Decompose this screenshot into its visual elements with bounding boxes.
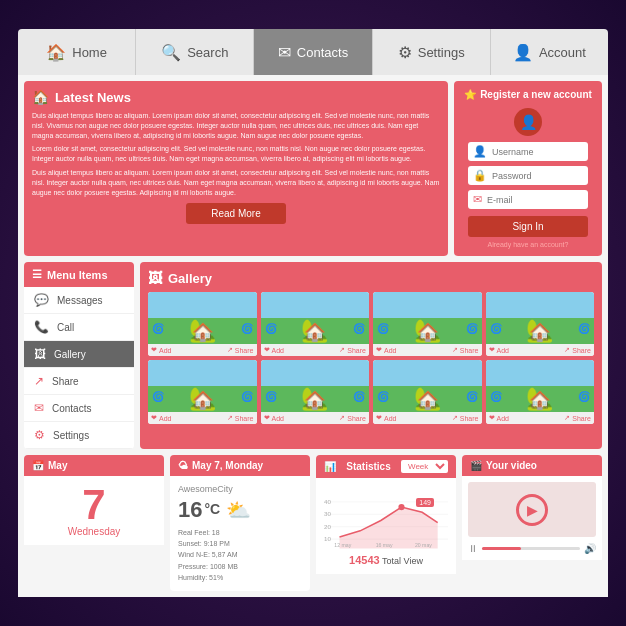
share-button[interactable]: ↗ Share xyxy=(564,346,591,354)
calendar-widget-header: 📅 May xyxy=(24,455,164,476)
calendar-widget-body: 7 Wednesday xyxy=(24,476,164,545)
gallery-actions: ❤ Add ↗ Share xyxy=(373,344,482,356)
windmill-left-icon: 🌀 xyxy=(490,323,502,334)
weather-widget: 🌤 May 7, Monday AwesomeCity 16 °C ⛅ Real… xyxy=(170,455,310,591)
pause-button[interactable]: ⏸ xyxy=(468,543,478,554)
menu-item-contacts[interactable]: ✉ Contacts xyxy=(24,395,134,422)
email-input[interactable] xyxy=(487,195,567,205)
house-icon: 🏡 xyxy=(414,386,441,412)
gallery-image: 🌀 🏡 🌀 xyxy=(148,360,257,412)
email-input-row: ✉ xyxy=(468,190,588,209)
nav-search-label: Search xyxy=(187,45,228,60)
nav-settings[interactable]: ⚙ Settings xyxy=(373,29,491,75)
gallery-actions: ❤ Add ↗ Share xyxy=(148,412,257,424)
home-icon: 🏠 xyxy=(46,43,66,62)
nav-contacts[interactable]: ✉ Contacts xyxy=(254,29,372,75)
windmill-right-icon: 🌀 xyxy=(466,391,478,402)
share-button[interactable]: ↗ Share xyxy=(452,346,479,354)
nav-search[interactable]: 🔍 Search xyxy=(136,29,254,75)
windmill-right-icon: 🌀 xyxy=(353,391,365,402)
nav-settings-label: Settings xyxy=(418,45,465,60)
progress-bar[interactable] xyxy=(482,547,580,550)
username-input[interactable] xyxy=(492,147,572,157)
add-button[interactable]: ❤ Add xyxy=(489,346,509,354)
gallery-actions: ❤ Add ↗ Share xyxy=(148,344,257,356)
gallery-header: 🖼 Gallery xyxy=(148,270,594,286)
menu-item-messages[interactable]: 💬 Messages xyxy=(24,287,134,314)
house-icon: 🏡 xyxy=(189,318,216,344)
statistics-widget: 📊 Statistics Week 149 xyxy=(316,455,456,591)
add-button[interactable]: ❤ Add xyxy=(151,414,171,422)
messages-icon: 💬 xyxy=(34,293,49,307)
share-button[interactable]: ↗ Share xyxy=(227,414,254,422)
password-input[interactable] xyxy=(492,171,572,181)
volume-icon[interactable]: 🔊 xyxy=(584,543,596,554)
menu-contacts-label: Contacts xyxy=(52,403,91,414)
share-button[interactable]: ↗ Share xyxy=(564,414,591,422)
menu-share-label: Share xyxy=(52,376,79,387)
add-button[interactable]: ❤ Add xyxy=(376,346,396,354)
menu-item-share[interactable]: ↗ Share xyxy=(24,368,134,395)
news-para-1: Duis aliquet tempus libero ac aliquam. L… xyxy=(32,111,440,140)
password-icon: 🔒 xyxy=(473,169,487,182)
gallery-actions: ❤ Add ↗ Share xyxy=(261,412,370,424)
weather-humidity: Humidity: 51% xyxy=(178,572,302,583)
weather-unit: °C xyxy=(204,501,220,517)
add-button[interactable]: ❤ Add xyxy=(489,414,509,422)
video-widget-body: ▶ ⏸ 🔊 xyxy=(462,476,602,560)
read-more-button[interactable]: Read More xyxy=(186,203,286,224)
video-title: Your video xyxy=(486,460,537,471)
svg-text:10: 10 xyxy=(324,535,331,542)
settings-icon: ⚙ xyxy=(398,43,412,62)
register-header: ⭐ Register a new account xyxy=(464,89,592,100)
video-widget: 🎬 Your video ▶ ⏸ 🔊 xyxy=(462,455,602,591)
gallery-item: 🌀 🏡 🌀 ❤ Add ↗ Share xyxy=(486,360,595,424)
sign-in-button[interactable]: Sign In xyxy=(468,216,588,237)
windmill-left-icon: 🌀 xyxy=(152,391,164,402)
register-section: ⭐ Register a new account 👤 👤 🔒 ✉ Sign In xyxy=(454,81,602,256)
add-button[interactable]: ❤ Add xyxy=(264,414,284,422)
gallery-icon: 🖼 xyxy=(34,347,46,361)
video-controls: ⏸ 🔊 xyxy=(468,543,596,554)
windmill-left-icon: 🌀 xyxy=(265,391,277,402)
house-icon: 🏡 xyxy=(526,386,553,412)
weather-pressure: Pressure: 1008 MB xyxy=(178,561,302,572)
call-icon: 📞 xyxy=(34,320,49,334)
windmill-right-icon: 🌀 xyxy=(578,323,590,334)
share-button[interactable]: ↗ Share xyxy=(339,346,366,354)
nav-contacts-label: Contacts xyxy=(297,45,348,60)
gallery-actions: ❤ Add ↗ Share xyxy=(261,344,370,356)
windmill-left-icon: 🌀 xyxy=(377,323,389,334)
stats-dropdown[interactable]: Week xyxy=(401,460,448,473)
weather-widget-header: 🌤 May 7, Monday xyxy=(170,455,310,476)
gallery-header-icon: 🖼 xyxy=(148,270,162,286)
stats-chart: 149 40 30 20 10 xyxy=(324,490,448,550)
gallery-title: Gallery xyxy=(168,271,212,286)
svg-text:16 may: 16 may xyxy=(376,542,393,548)
gallery-item: 🌀 🏡 🌀 ❤ Add ↗ Share xyxy=(148,360,257,424)
gallery-actions: ❤ Add ↗ Share xyxy=(486,344,595,356)
menu-item-settings[interactable]: ⚙ Settings xyxy=(24,422,134,449)
share-button[interactable]: ↗ Share xyxy=(452,414,479,422)
calendar-widget: 📅 May 7 Wednesday xyxy=(24,455,164,591)
add-button[interactable]: ❤ Add xyxy=(264,346,284,354)
play-button[interactable]: ▶ xyxy=(516,494,548,526)
menu-settings-label: Settings xyxy=(53,430,89,441)
nav-account[interactable]: 👤 Account xyxy=(491,29,608,75)
add-button[interactable]: ❤ Add xyxy=(151,346,171,354)
menu-item-gallery[interactable]: 🖼 Gallery xyxy=(24,341,134,368)
video-widget-header: 🎬 Your video xyxy=(462,455,602,476)
account-icon: 👤 xyxy=(513,43,533,62)
weather-icon: 🌤 xyxy=(178,460,188,471)
menu-header: ☰ Menu Items xyxy=(24,262,134,287)
menu-item-call[interactable]: 📞 Call xyxy=(24,314,134,341)
nav-home-label: Home xyxy=(72,45,107,60)
svg-text:20 may: 20 may xyxy=(415,542,432,548)
add-button[interactable]: ❤ Add xyxy=(376,414,396,422)
nav-home[interactable]: 🏠 Home xyxy=(18,29,136,75)
share-button[interactable]: ↗ Share xyxy=(339,414,366,422)
username-input-row: 👤 xyxy=(468,142,588,161)
windmill-right-icon: 🌀 xyxy=(241,391,253,402)
gallery-item: 🌀 🏡 🌀 ❤ Add ↗ Share xyxy=(373,292,482,356)
share-button[interactable]: ↗ Share xyxy=(227,346,254,354)
